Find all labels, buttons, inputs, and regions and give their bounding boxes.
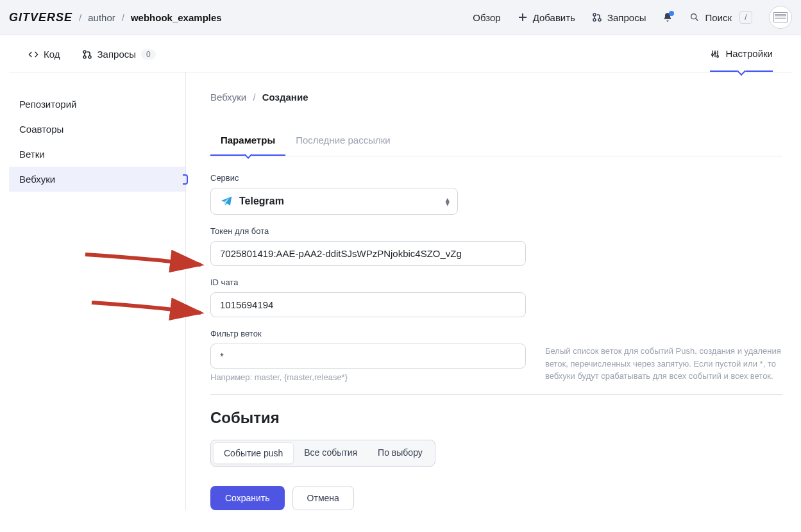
crumb-sep: / [115, 12, 131, 23]
sidebar-item-webhooks[interactable]: Вебхуки [9, 167, 185, 192]
breadcrumb-author[interactable]: author [88, 12, 115, 23]
nav-search-label: Поиск [705, 12, 732, 23]
svg-point-4 [83, 51, 86, 53]
svg-point-0 [593, 13, 596, 16]
tab-requests[interactable]: Запросы 0 [82, 49, 156, 71]
filter-help-text: Белый список веток для событий Push, соз… [545, 344, 782, 383]
sidebar: Репозиторий Соавторы Ветки Вебхуки [9, 72, 186, 510]
avatar-image [773, 12, 788, 22]
nav-add[interactable]: Добавить [518, 12, 575, 23]
svg-point-8 [714, 52, 716, 54]
plus-icon [518, 12, 528, 22]
events-title: События [210, 409, 782, 427]
telegram-icon [220, 195, 233, 208]
nav-overview-label: Обзор [473, 12, 500, 23]
service-value: Telegram [239, 195, 284, 207]
seg-all[interactable]: Все события [294, 442, 367, 464]
section-divider [210, 394, 782, 395]
sidebar-item-collaborators[interactable]: Соавторы [9, 117, 185, 142]
chat-input[interactable] [210, 292, 526, 317]
token-input[interactable] [210, 241, 526, 266]
svg-point-2 [598, 19, 601, 21]
repo-nav: Код Запросы 0 Настройки [9, 35, 792, 72]
search-icon [689, 12, 700, 22]
events-segmented: Событие push Все события По выбору [210, 440, 435, 467]
svg-point-1 [593, 19, 596, 21]
chevron-updown-icon: ▴▾ [446, 197, 450, 205]
tab-code-label: Код [44, 49, 60, 60]
svg-point-9 [717, 55, 719, 57]
svg-point-6 [89, 56, 91, 58]
search-shortcut: / [739, 11, 752, 24]
nav-requests-label: Запросы [607, 12, 646, 23]
crumb-sep: / [72, 12, 88, 23]
svg-point-3 [691, 14, 696, 19]
token-label: Токен для бота [210, 226, 526, 236]
notification-dot [669, 11, 674, 16]
filter-example: Например: master, {master,release*} [210, 372, 526, 382]
tab-settings-label: Настройки [725, 48, 773, 59]
pull-request-icon [592, 12, 602, 22]
service-label: Сервис [210, 173, 458, 183]
sidebar-item-repository[interactable]: Репозиторий [9, 92, 185, 117]
pull-request-icon [82, 49, 92, 60]
breadcrumb-repo[interactable]: webhook_examples [131, 12, 222, 23]
cancel-button[interactable]: Отмена [292, 486, 354, 510]
avatar[interactable] [769, 6, 792, 29]
inner-tab-recent[interactable]: Последние рассылки [285, 128, 400, 156]
requests-count-badge: 0 [141, 49, 156, 60]
save-button[interactable]: Сохранить [210, 486, 285, 510]
code-icon [28, 49, 38, 60]
main-content: Вебхуки / Создание Параметры Последние р… [186, 72, 782, 510]
filter-input[interactable] [210, 344, 526, 369]
svg-point-7 [712, 54, 714, 56]
nav-requests[interactable]: Запросы [592, 12, 646, 23]
chat-label: ID чата [210, 278, 526, 287]
sidebar-item-branches[interactable]: Ветки [9, 142, 185, 167]
bc-webhooks[interactable]: Вебхуки [210, 92, 246, 103]
nav-search[interactable]: Поиск / [689, 11, 752, 24]
nav-notifications[interactable] [662, 12, 673, 22]
inner-tab-params[interactable]: Параметры [210, 128, 285, 156]
nav-add-label: Добавить [533, 12, 575, 23]
seg-push[interactable]: Событие push [213, 442, 294, 464]
seg-custom[interactable]: По выбору [367, 442, 433, 464]
service-select[interactable]: Telegram ▴▾ [210, 188, 458, 215]
inner-tabs: Параметры Последние рассылки [210, 128, 782, 156]
filter-label: Фильтр веток [210, 329, 782, 338]
bc-sep: / [249, 92, 259, 103]
tab-settings[interactable]: Настройки [710, 48, 773, 72]
svg-point-5 [83, 56, 86, 58]
page-breadcrumb: Вебхуки / Создание [210, 92, 782, 103]
bc-create: Создание [262, 92, 308, 103]
tab-requests-label: Запросы [97, 49, 137, 60]
sliders-icon [710, 49, 720, 59]
tab-code[interactable]: Код [28, 49, 60, 71]
topbar: GITVERSE / author / webhook_examples Обз… [0, 0, 801, 35]
nav-overview[interactable]: Обзор [473, 12, 500, 23]
logo[interactable]: GITVERSE [9, 11, 72, 24]
